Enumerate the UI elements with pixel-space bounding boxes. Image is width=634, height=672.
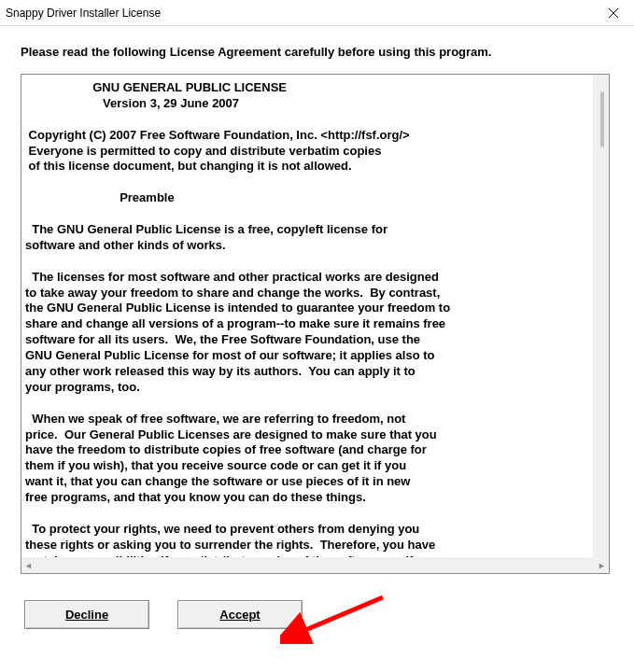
license-text: GNU GENERAL PUBLIC LICENSE Version 3, 29… xyxy=(21,75,609,574)
titlebar: Snappy Driver Installer License xyxy=(0,0,634,26)
scroll-left-icon: ◄ xyxy=(24,561,33,570)
dialog-content: Please read the following License Agreem… xyxy=(0,26,634,644)
close-button[interactable] xyxy=(593,0,634,26)
window-title: Snappy Driver Installer License xyxy=(6,7,161,20)
close-icon xyxy=(609,8,618,18)
horizontal-scrollbar[interactable]: ◄ ► xyxy=(21,557,609,573)
vertical-scrollbar[interactable] xyxy=(593,75,609,557)
decline-button[interactable]: Decline xyxy=(24,600,149,629)
accept-button[interactable]: Accept xyxy=(177,600,303,629)
license-textbox[interactable]: GNU GENERAL PUBLIC LICENSE Version 3, 29… xyxy=(21,74,610,574)
instruction-text: Please read the following License Agreem… xyxy=(21,45,613,59)
scroll-right-icon: ► xyxy=(598,561,606,570)
button-row: Decline Accept xyxy=(21,600,613,629)
